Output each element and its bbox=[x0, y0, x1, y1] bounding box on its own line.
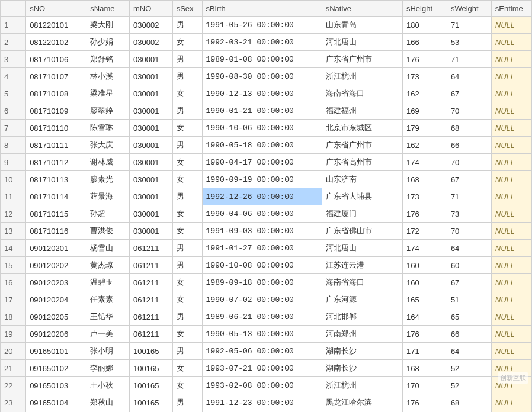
cell-sno[interactable]: 090120205 bbox=[26, 308, 86, 326]
row-number[interactable]: 12 bbox=[1, 205, 26, 223]
cell-sbirth[interactable]: 1990-09-19 00:00:00 bbox=[202, 171, 322, 188]
cell-sno[interactable]: 091650104 bbox=[26, 394, 86, 411]
cell-sweight[interactable]: 68 bbox=[447, 394, 491, 411]
row-number[interactable]: 19 bbox=[1, 326, 26, 343]
table-row[interactable]: 19090120206卢一美061211女1990-05-13 00:00:00… bbox=[1, 326, 532, 343]
cell-sno[interactable]: 090120204 bbox=[26, 291, 86, 308]
row-number[interactable]: 6 bbox=[1, 102, 26, 120]
table-row[interactable]: 17090120204任素素061211女1990-07-02 00:00:00… bbox=[1, 291, 532, 308]
cell-sbirth[interactable]: 1990-01-21 00:00:00 bbox=[202, 102, 322, 120]
cell-mno[interactable]: 061211 bbox=[129, 257, 172, 274]
header-ssex[interactable]: sSex bbox=[172, 1, 202, 17]
cell-sweight[interactable]: 68 bbox=[447, 120, 491, 137]
cell-snative[interactable]: 广东省广州市 bbox=[322, 137, 402, 154]
cell-ssex[interactable]: 男 bbox=[172, 137, 202, 154]
cell-sname[interactable]: 张大庆 bbox=[86, 137, 130, 154]
cell-mno[interactable]: 061211 bbox=[129, 274, 172, 291]
cell-sweight[interactable]: 71 bbox=[447, 51, 491, 68]
row-number[interactable]: 17 bbox=[1, 291, 26, 308]
row-number[interactable]: 5 bbox=[1, 85, 26, 102]
cell-sname[interactable]: 张小明 bbox=[86, 343, 130, 360]
cell-sbirth[interactable]: 1990-04-06 00:00:00 bbox=[202, 205, 322, 223]
cell-sentime[interactable]: NULL bbox=[491, 137, 531, 154]
table-row[interactable]: 9081710112谢林威030001女1990-04-17 00:00:00广… bbox=[1, 154, 532, 171]
header-sbirth[interactable]: sBirth bbox=[202, 1, 322, 17]
row-number[interactable]: 9 bbox=[1, 154, 26, 171]
cell-ssex[interactable]: 男 bbox=[172, 240, 202, 257]
cell-sno[interactable]: 081710115 bbox=[26, 205, 86, 223]
cell-sname[interactable]: 林小溪 bbox=[86, 68, 130, 85]
cell-snative[interactable]: 河南郑州 bbox=[322, 326, 402, 343]
cell-snative[interactable]: 福建福州 bbox=[322, 102, 402, 120]
cell-sheight[interactable]: 176 bbox=[402, 326, 447, 343]
cell-ssex[interactable]: 男 bbox=[172, 257, 202, 274]
cell-sheight[interactable]: 160 bbox=[402, 274, 447, 291]
cell-sentime[interactable]: NULL bbox=[491, 102, 531, 120]
cell-mno[interactable]: 030001 bbox=[129, 188, 172, 205]
cell-sheight[interactable]: 170 bbox=[402, 377, 447, 394]
cell-sweight[interactable]: 70 bbox=[447, 102, 491, 120]
cell-snative[interactable]: 广东省大埔县 bbox=[322, 188, 402, 205]
cell-sbirth[interactable]: 1989-01-08 00:00:00 bbox=[202, 51, 322, 68]
cell-mno[interactable]: 030001 bbox=[129, 137, 172, 154]
cell-snative[interactable]: 浙江杭州 bbox=[322, 377, 402, 394]
cell-ssex[interactable]: 女 bbox=[172, 171, 202, 188]
cell-ssex[interactable]: 女 bbox=[172, 326, 202, 343]
cell-ssex[interactable]: 女 bbox=[172, 205, 202, 223]
cell-snative[interactable]: 广东省高州市 bbox=[322, 154, 402, 171]
cell-sentime[interactable]: NULL bbox=[491, 257, 531, 274]
cell-snative[interactable]: 河北唐山 bbox=[322, 34, 402, 51]
table-row[interactable]: 5081710108梁准星030001女1990-12-13 00:00:00海… bbox=[1, 85, 532, 102]
cell-sno[interactable]: 081710108 bbox=[26, 85, 86, 102]
cell-mno[interactable]: 030001 bbox=[129, 223, 172, 240]
cell-mno[interactable]: 030001 bbox=[129, 120, 172, 137]
cell-sentime[interactable]: NULL bbox=[491, 343, 531, 360]
cell-mno[interactable]: 030001 bbox=[129, 171, 172, 188]
cell-sname[interactable]: 曹洪俊 bbox=[86, 223, 130, 240]
cell-sheight[interactable]: 160 bbox=[402, 257, 447, 274]
cell-mno[interactable]: 030001 bbox=[129, 205, 172, 223]
row-number[interactable]: 10 bbox=[1, 171, 26, 188]
cell-sno[interactable]: 091650101 bbox=[26, 343, 86, 360]
cell-snative[interactable]: 湖南长沙 bbox=[322, 343, 402, 360]
cell-sname[interactable]: 杨雪山 bbox=[86, 240, 130, 257]
cell-sentime[interactable]: NULL bbox=[491, 154, 531, 171]
cell-ssex[interactable]: 女 bbox=[172, 377, 202, 394]
cell-snative[interactable]: 广东省广州市 bbox=[322, 51, 402, 68]
cell-sno[interactable]: 081220101 bbox=[26, 17, 86, 34]
cell-mno[interactable]: 030002 bbox=[129, 34, 172, 51]
cell-sno[interactable]: 081710112 bbox=[26, 154, 86, 171]
cell-sheight[interactable]: 162 bbox=[402, 137, 447, 154]
cell-sbirth[interactable]: 1990-10-08 00:00:00 bbox=[202, 257, 322, 274]
cell-sno[interactable]: 081710106 bbox=[26, 51, 86, 68]
cell-sweight[interactable]: 60 bbox=[447, 257, 491, 274]
table-row[interactable]: 21091650102李丽娜100165女1993-07-21 00:00:00… bbox=[1, 360, 532, 377]
cell-sentime[interactable]: NULL bbox=[491, 360, 531, 377]
row-number[interactable]: 13 bbox=[1, 223, 26, 240]
table-row[interactable]: 18090120205王铅华061211男1989-06-21 00:00:00… bbox=[1, 308, 532, 326]
cell-sbirth[interactable]: 1991-01-27 00:00:00 bbox=[202, 240, 322, 257]
row-number[interactable]: 23 bbox=[1, 394, 26, 411]
cell-mno[interactable]: 030002 bbox=[129, 17, 172, 34]
cell-sheight[interactable]: 164 bbox=[402, 308, 447, 326]
table-row[interactable]: 10081710113廖素光030001女1990-09-19 00:00:00… bbox=[1, 171, 532, 188]
header-sheight[interactable]: sHeight bbox=[402, 1, 447, 17]
cell-snative[interactable]: 山东青岛 bbox=[322, 17, 402, 34]
cell-sweight[interactable]: 71 bbox=[447, 188, 491, 205]
row-number[interactable]: 21 bbox=[1, 360, 26, 377]
header-sentime[interactable]: sEntime bbox=[491, 1, 531, 17]
cell-sname[interactable]: 王小秋 bbox=[86, 377, 130, 394]
cell-mno[interactable]: 061211 bbox=[129, 291, 172, 308]
cell-ssex[interactable]: 女 bbox=[172, 154, 202, 171]
table-row[interactable]: 23091650104郑秋山100165男1991-12-23 00:00:00… bbox=[1, 394, 532, 411]
cell-snative[interactable]: 广东河源 bbox=[322, 291, 402, 308]
cell-sname[interactable]: 陈雪琳 bbox=[86, 120, 130, 137]
cell-sheight[interactable]: 165 bbox=[402, 291, 447, 308]
cell-sno[interactable]: 081710114 bbox=[26, 188, 86, 205]
cell-snative[interactable]: 湖南长沙 bbox=[322, 360, 402, 377]
cell-sbirth[interactable]: 1991-09-03 00:00:00 bbox=[202, 223, 322, 240]
cell-sweight[interactable]: 64 bbox=[447, 68, 491, 85]
cell-sweight[interactable]: 73 bbox=[447, 205, 491, 223]
cell-sbirth[interactable]: 1990-05-13 00:00:00 bbox=[202, 326, 322, 343]
cell-ssex[interactable]: 女 bbox=[172, 223, 202, 240]
